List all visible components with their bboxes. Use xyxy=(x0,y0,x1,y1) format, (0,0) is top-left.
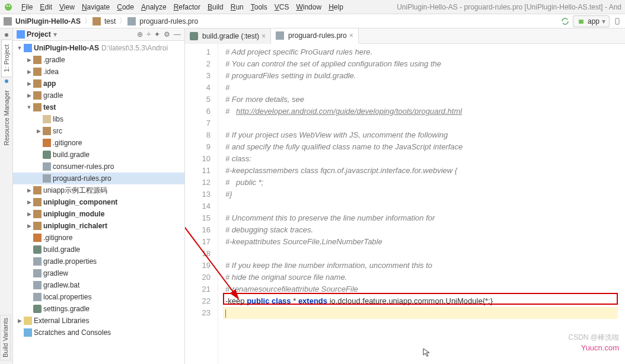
menu-navigate[interactable]: Navigate xyxy=(78,3,113,11)
breadcrumb-mid[interactable]: test xyxy=(102,17,118,25)
menu-view[interactable]: View xyxy=(56,3,78,11)
code-line[interactable]: # If you keep the line number informatio… xyxy=(225,260,625,272)
expand-arrow-icon[interactable]: ▶ xyxy=(26,187,32,193)
tree-node[interactable]: ▶uniplugin_component xyxy=(13,196,184,208)
tree-node[interactable]: ▶src xyxy=(13,125,184,137)
tree-node[interactable]: gradlew xyxy=(13,267,184,279)
tree-node[interactable]: ▶.gradle xyxy=(13,54,184,66)
collapse-icon[interactable]: ÷ xyxy=(146,30,151,39)
panel-title[interactable]: Project xyxy=(27,30,51,39)
lib-icon xyxy=(24,317,32,325)
tree-node[interactable]: ▶uniplugin_module xyxy=(13,208,184,220)
menu-code[interactable]: Code xyxy=(113,3,138,11)
code-line[interactable]: # hide the original source file name. xyxy=(225,272,625,283)
code-line[interactable]: #-keepclassmembers class fqcn.of.javascr… xyxy=(225,165,625,177)
code-line[interactable]: # and specify the fully qualified class … xyxy=(225,141,625,153)
code-line[interactable]: # Uncomment this to preserve the line nu… xyxy=(225,212,625,224)
tool-dot-icon[interactable] xyxy=(5,79,8,83)
expand-arrow-icon[interactable]: ▶ xyxy=(17,318,23,324)
tree-node[interactable]: proguard-rules.pro xyxy=(13,173,184,184)
tree-node[interactable]: .gitignore xyxy=(13,232,184,244)
code-line[interactable]: # xyxy=(225,82,625,94)
code-view[interactable]: # Add project specific ProGuard rules he… xyxy=(218,44,625,364)
code-line[interactable]: # For more details, see xyxy=(225,94,625,106)
expand-arrow-icon[interactable]: ▶ xyxy=(26,211,32,217)
menu-run[interactable]: Run xyxy=(227,3,247,11)
editor-body[interactable]: 1234567891011121314151617181920212223 # … xyxy=(185,44,625,364)
gear-icon[interactable]: ⚙ xyxy=(164,30,170,39)
tree-node[interactable]: consumer-rules.pro xyxy=(13,161,184,173)
tool-dot-icon[interactable] xyxy=(5,33,8,37)
close-icon[interactable]: × xyxy=(349,31,353,40)
tree-node[interactable]: ▶uniplugin_richalert xyxy=(13,220,184,232)
code-line[interactable]: # proguardFiles setting in build.gradle. xyxy=(225,70,625,82)
menu-help[interactable]: Help xyxy=(325,3,347,11)
expand-arrow-icon[interactable]: ▶ xyxy=(36,128,42,134)
code-line[interactable]: # Add project specific ProGuard rules he… xyxy=(225,46,625,58)
expand-arrow-icon[interactable]: ▼ xyxy=(17,45,23,51)
tree-node[interactable]: build.gradle xyxy=(13,244,184,256)
editor-tab[interactable]: build.gradle (:test)× xyxy=(185,28,271,44)
code-line[interactable] xyxy=(225,248,625,260)
breadcrumb-root[interactable]: UniPlugin-Hello-AS xyxy=(13,17,83,25)
tree-node[interactable]: ▶External Libraries xyxy=(13,315,184,327)
sync-icon[interactable] xyxy=(561,17,569,25)
editor-tab[interactable]: proguard-rules.pro× xyxy=(271,28,359,44)
expand-arrow-icon[interactable]: ▶ xyxy=(26,57,32,63)
tree-node[interactable]: gradle.properties xyxy=(13,256,184,267)
code-line[interactable]: # public *; xyxy=(225,177,625,189)
expand-icon[interactable]: ⊕ xyxy=(137,30,143,39)
code-line[interactable]: # class: xyxy=(225,153,625,165)
build-variants-tab[interactable]: Build Variants xyxy=(0,315,11,360)
expand-arrow-icon[interactable]: ▼ xyxy=(26,104,32,110)
code-line[interactable] xyxy=(225,200,625,212)
tree-node[interactable]: ▼test xyxy=(13,101,184,113)
menu-file[interactable]: File xyxy=(18,3,36,11)
expand-arrow-icon[interactable]: ▶ xyxy=(26,199,32,205)
tree-node[interactable]: settings.gradle xyxy=(13,303,184,315)
project-tool-tab[interactable]: 1: Project xyxy=(1,39,11,77)
project-tree[interactable]: ▼UniPlugin-Hello-ASD:\latest\3.5.3\Andro… xyxy=(13,41,184,364)
breadcrumb-file[interactable]: proguard-rules.pro xyxy=(137,17,200,25)
tree-node[interactable]: Scratches and Consoles xyxy=(13,327,184,339)
hide-icon[interactable]: — xyxy=(174,30,181,39)
tree-node[interactable]: local.properties xyxy=(13,291,184,303)
close-icon[interactable]: × xyxy=(262,32,266,40)
expand-arrow-icon[interactable]: ▶ xyxy=(26,92,32,98)
code-line[interactable]: # You can control the set of applied con… xyxy=(225,58,625,70)
tree-node[interactable]: ▶app xyxy=(13,78,184,90)
chevron-down-icon[interactable]: ▾ xyxy=(53,30,57,39)
device-icon[interactable] xyxy=(613,17,621,25)
tree-node[interactable]: ▶.idea xyxy=(13,66,184,78)
target-icon[interactable]: ✦ xyxy=(154,30,160,39)
tree-node[interactable]: build.gradle xyxy=(13,149,184,161)
code-line[interactable] xyxy=(225,117,625,129)
menu-tools[interactable]: Tools xyxy=(247,3,271,11)
tree-node[interactable]: ▶uniapp示例工程源码 xyxy=(13,184,184,196)
tree-node[interactable]: gradlew.bat xyxy=(13,279,184,291)
code-line[interactable]: #} xyxy=(225,189,625,200)
code-line[interactable]: # http://developer.android.com/guide/dev… xyxy=(225,106,625,117)
menu-refactor[interactable]: Refactor xyxy=(170,3,204,11)
tree-node[interactable]: ▶gradle xyxy=(13,90,184,101)
tree-node[interactable]: .gitignore xyxy=(13,137,184,149)
menu-analyze[interactable]: Analyze xyxy=(138,3,170,11)
run-config-selector[interactable]: app ▾ xyxy=(573,15,610,27)
code-line[interactable]: #-renamesourcefileattribute SourceFile xyxy=(225,283,625,295)
menu-build[interactable]: Build xyxy=(204,3,227,11)
expand-arrow-icon[interactable]: ▶ xyxy=(26,81,32,87)
menu-edit[interactable]: Edit xyxy=(36,3,56,11)
code-line[interactable]: # If your project uses WebView with JS, … xyxy=(225,129,625,141)
tree-node[interactable]: ▼UniPlugin-Hello-ASD:\latest\3.5.3\Andro… xyxy=(13,42,184,54)
menu-vcs[interactable]: VCS xyxy=(271,3,293,11)
code-line[interactable]: # debugging stack traces. xyxy=(225,224,625,236)
menu-window[interactable]: Window xyxy=(292,3,325,11)
code-line[interactable]: #-keepattributes SourceFile,LineNumberTa… xyxy=(225,236,625,248)
project-view-icon xyxy=(17,30,25,39)
tree-node[interactable]: libs xyxy=(13,113,184,125)
expand-arrow-icon[interactable]: ▶ xyxy=(26,69,32,75)
resource-manager-tab[interactable]: Resource Manager xyxy=(2,85,11,151)
code-line[interactable] xyxy=(225,307,625,319)
code-line[interactable]: -keep public class * extends io.dcloud.f… xyxy=(225,295,625,307)
expand-arrow-icon[interactable]: ▶ xyxy=(26,223,32,229)
